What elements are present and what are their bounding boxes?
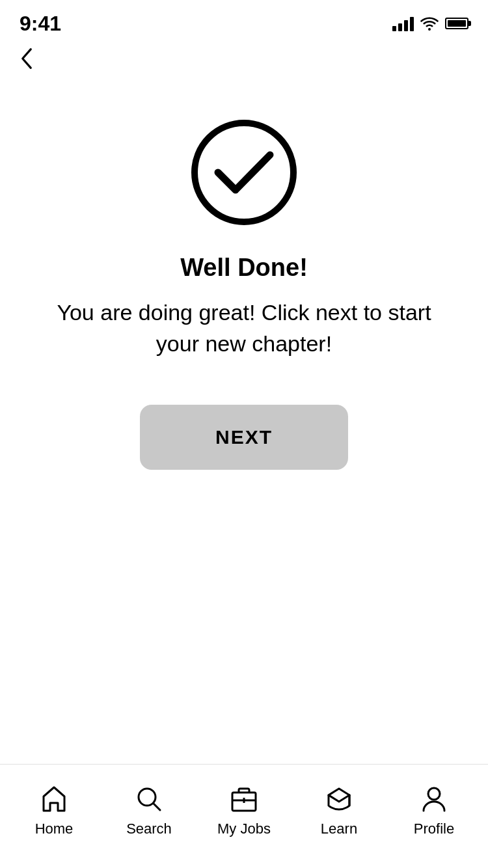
- nav-label-home: Home: [35, 821, 74, 837]
- nav-item-myjobs[interactable]: My Jobs: [197, 783, 291, 837]
- nav-item-profile[interactable]: Profile: [386, 783, 481, 837]
- back-button[interactable]: [20, 47, 34, 74]
- status-icons: [392, 16, 468, 31]
- learn-icon: [323, 783, 355, 815]
- status-time: 9:41: [20, 12, 61, 36]
- nav-item-learn[interactable]: Learn: [291, 783, 386, 837]
- nav-label-search: Search: [126, 821, 172, 837]
- next-button[interactable]: NEXT: [140, 405, 348, 470]
- profile-icon: [418, 783, 450, 815]
- check-circle-icon: [189, 117, 299, 228]
- subtitle: You are doing great! Click next to start…: [39, 297, 449, 359]
- myjobs-icon: [228, 783, 260, 815]
- nav-label-myjobs: My Jobs: [217, 821, 271, 837]
- nav-label-learn: Learn: [321, 821, 357, 837]
- battery-icon: [445, 18, 468, 29]
- nav-item-search[interactable]: Search: [102, 783, 197, 837]
- wifi-icon: [420, 16, 439, 31]
- search-icon: [133, 783, 165, 815]
- svg-point-0: [195, 123, 293, 222]
- nav-label-profile: Profile: [414, 821, 454, 837]
- main-content: Well Done! You are doing great! Click ne…: [0, 117, 488, 470]
- svg-point-7: [428, 788, 440, 800]
- home-icon: [38, 783, 70, 815]
- signal-icon: [392, 16, 414, 31]
- svg-line-2: [154, 803, 161, 810]
- bottom-nav: Home Search My Jobs: [0, 764, 488, 868]
- status-bar: 9:41: [0, 0, 488, 39]
- title: Well Done!: [180, 254, 308, 282]
- nav-item-home[interactable]: Home: [7, 783, 102, 837]
